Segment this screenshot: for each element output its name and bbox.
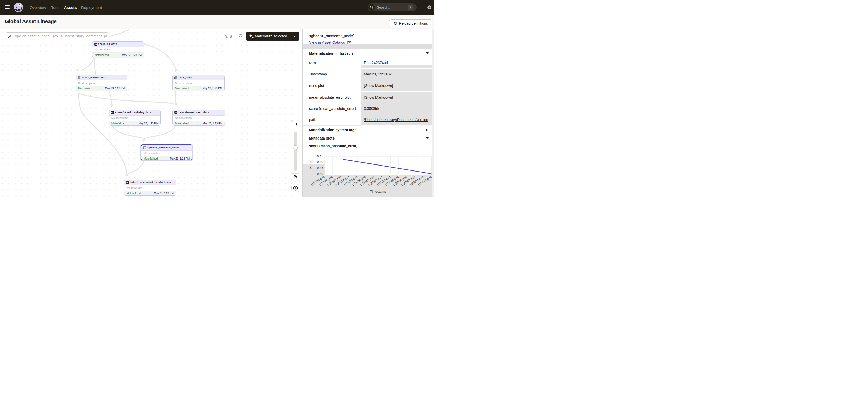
svg-text:0.35: 0.35 — [317, 166, 323, 170]
svg-text:Timestamp: Timestamp — [370, 190, 386, 193]
svg-text:0.30: 0.30 — [317, 172, 323, 176]
svg-text:Value: Value — [309, 161, 313, 169]
svg-text:0.45: 0.45 — [317, 155, 323, 158]
svg-text:0.40: 0.40 — [317, 160, 323, 164]
